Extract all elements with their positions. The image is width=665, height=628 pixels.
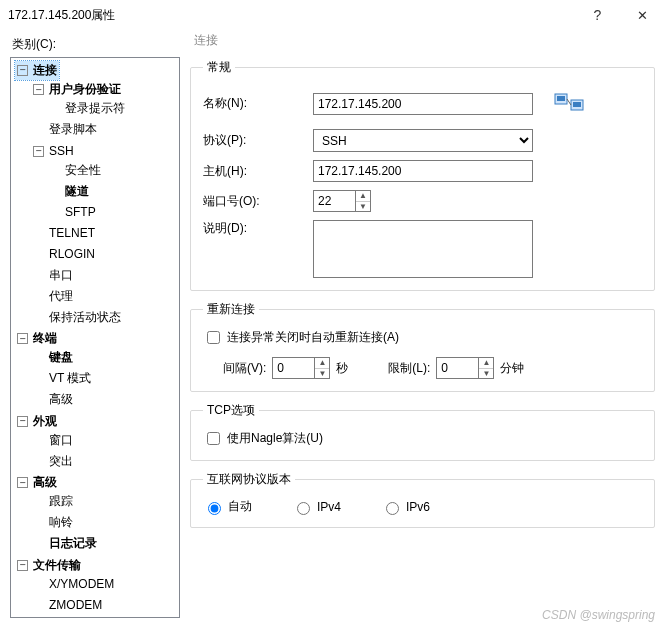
tree-bell[interactable]: 响铃 (31, 513, 75, 532)
port-input[interactable] (313, 190, 355, 212)
ipver-ipv4-radio[interactable]: IPv4 (292, 499, 341, 515)
tree-rlogin[interactable]: RLOGIN (31, 245, 97, 264)
interval-label: 间隔(V): (223, 360, 266, 377)
chevron-down-icon[interactable]: ▼ (315, 368, 329, 378)
interval-spinner[interactable]: ▲▼ (272, 357, 330, 379)
tree-appearance[interactable]: −外观 (15, 412, 59, 431)
tree-keepalive[interactable]: 保持活动状态 (31, 308, 123, 327)
tree-serial[interactable]: 串口 (31, 266, 75, 285)
port-spinner[interactable]: ▲▼ (313, 190, 371, 212)
minus-icon[interactable]: − (17, 477, 28, 488)
minus-icon[interactable]: − (17, 65, 28, 76)
tree-window[interactable]: 窗口 (31, 431, 75, 450)
tree-advanced1[interactable]: 高级 (31, 390, 75, 409)
minus-icon[interactable]: − (17, 333, 28, 344)
tree-ssh[interactable]: −SSH (31, 142, 76, 161)
tree-connection[interactable]: −连接 (15, 61, 59, 80)
tree-highlight[interactable]: 突出 (31, 452, 75, 471)
auto-reconnect-checkbox[interactable]: 连接异常关闭时自动重新连接(A) (203, 328, 642, 347)
protocol-select[interactable]: SSH (313, 129, 533, 152)
limit-label: 限制(L): (388, 360, 430, 377)
tree-proxy[interactable]: 代理 (31, 287, 75, 306)
tree-sftp[interactable]: SFTP (47, 203, 98, 222)
chevron-up-icon[interactable]: ▲ (315, 358, 329, 368)
panel-title: 连接 (190, 30, 655, 59)
protocol-label: 协议(P): (203, 132, 313, 149)
host-input[interactable] (313, 160, 533, 182)
svg-rect-3 (573, 102, 581, 107)
minus-icon[interactable]: − (33, 84, 44, 95)
name-input[interactable] (313, 93, 533, 115)
tree-vtmode[interactable]: VT 模式 (31, 369, 93, 388)
tree-filetransfer[interactable]: −文件传输 (15, 556, 83, 575)
host-label: 主机(H): (203, 163, 313, 180)
ipver-group: 互联网协议版本 自动 IPv4 IPv6 (190, 471, 655, 528)
minus-icon[interactable]: − (17, 416, 28, 427)
nagle-checkbox[interactable]: 使用Nagle算法(U) (203, 429, 642, 448)
category-tree[interactable]: −连接 −用户身份验证 登录提示符 登录脚本 −SSH 安全性 隧道 SFTP (10, 57, 180, 618)
chevron-down-icon[interactable]: ▼ (479, 368, 493, 378)
tree-zmodem[interactable]: ZMODEM (31, 596, 104, 615)
tree-login-script[interactable]: 登录脚本 (31, 120, 99, 139)
category-label: 类别(C): (12, 36, 180, 53)
tree-terminal[interactable]: −终端 (15, 329, 59, 348)
desc-textarea[interactable] (313, 220, 533, 278)
tree-logging[interactable]: 日志记录 (31, 534, 99, 553)
minus-icon[interactable]: − (17, 560, 28, 571)
tree-keyboard[interactable]: 键盘 (31, 348, 75, 367)
general-legend: 常规 (203, 59, 235, 76)
tree-advanced2[interactable]: −高级 (15, 473, 59, 492)
minus-icon[interactable]: − (33, 146, 44, 157)
limit-spinner[interactable]: ▲▼ (436, 357, 494, 379)
chevron-up-icon[interactable]: ▲ (356, 191, 370, 201)
close-button[interactable]: ✕ (620, 0, 665, 30)
chevron-down-icon[interactable]: ▼ (356, 201, 370, 211)
desc-label: 说明(D): (203, 220, 313, 237)
tree-telnet[interactable]: TELNET (31, 224, 97, 243)
general-group: 常规 名称(N): 协议(P): SSH 主机(H): 端口号(O): (190, 59, 655, 291)
reconnect-legend: 重新连接 (203, 301, 259, 318)
name-label: 名称(N): (203, 95, 313, 112)
titlebar: 172.17.145.200属性 ? ✕ (0, 0, 665, 30)
tcp-group: TCP选项 使用Nagle算法(U) (190, 402, 655, 461)
tcp-legend: TCP选项 (203, 402, 259, 419)
tree-trace[interactable]: 跟踪 (31, 492, 75, 511)
tree-user-auth[interactable]: −用户身份验证 (31, 80, 123, 99)
ipver-legend: 互联网协议版本 (203, 471, 295, 488)
tree-xymodem[interactable]: X/YMODEM (31, 575, 116, 594)
network-icon (553, 86, 585, 121)
ipver-auto-radio[interactable]: 自动 (203, 498, 252, 515)
sec-label: 秒 (336, 360, 348, 377)
chevron-up-icon[interactable]: ▲ (479, 358, 493, 368)
tree-login-prompt[interactable]: 登录提示符 (47, 99, 127, 118)
reconnect-group: 重新连接 连接异常关闭时自动重新连接(A) 间隔(V): ▲▼ 秒 限制(L): (190, 301, 655, 392)
min-label: 分钟 (500, 360, 524, 377)
ipver-ipv6-radio[interactable]: IPv6 (381, 499, 430, 515)
svg-rect-2 (557, 96, 565, 101)
tree-tunnel[interactable]: 隧道 (47, 182, 91, 201)
tree-security[interactable]: 安全性 (47, 161, 103, 180)
port-label: 端口号(O): (203, 193, 313, 210)
window-title: 172.17.145.200属性 (8, 7, 575, 24)
help-button[interactable]: ? (575, 0, 620, 30)
